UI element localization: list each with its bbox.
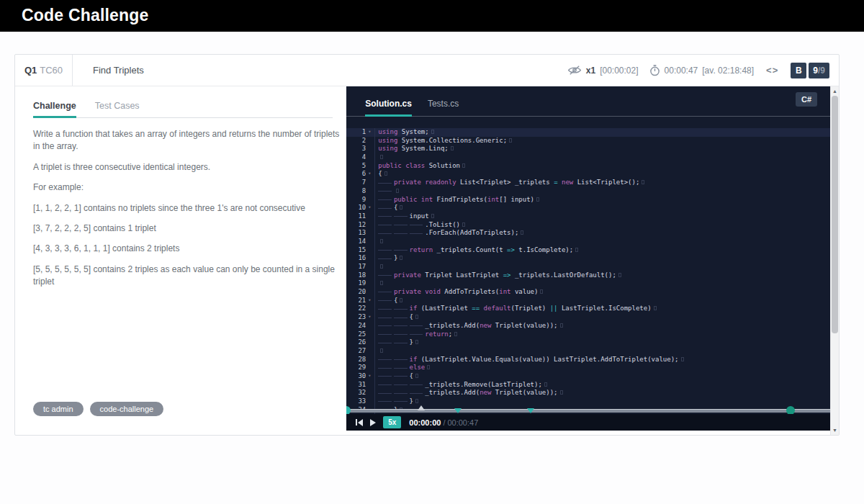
tab-solution-cs[interactable]: Solution.cs <box>365 99 412 116</box>
score-total: /9 <box>818 66 825 76</box>
fold-spacer <box>368 279 374 288</box>
code-editor: Solution.cs Tests.cs C# 1▾using System;2… <box>346 86 830 431</box>
visibility-multiplier: x1 <box>586 66 595 76</box>
fold-spacer <box>368 212 374 221</box>
code-line: 33} <box>346 397 830 406</box>
question-id: Q1 TC60 <box>15 55 73 86</box>
tag-list: tc admincode-challenge <box>33 402 163 416</box>
time-separator: / <box>443 418 445 427</box>
code-line: 1▾using System; <box>346 128 830 137</box>
code-line: 23▾{ <box>346 313 830 322</box>
fold-marker-icon[interactable]: ▾ <box>368 204 374 212</box>
code-line: 24_triplets.Add(new Triplet(value)); <box>346 322 830 330</box>
fold-marker-icon[interactable]: ▾ <box>368 372 374 381</box>
code-line: 31_triplets.Remove(LastTriplet); <box>346 381 830 390</box>
code-line: 12.ToList() <box>346 221 830 230</box>
stopwatch-icon <box>649 65 660 76</box>
code-lines: 1▾using System;2using System.Collections… <box>346 128 830 414</box>
current-time: 00:00:00 <box>409 418 441 427</box>
code-line: 26} <box>346 338 830 347</box>
code-line: 13.ForEach(AddToTriplets); <box>346 229 830 238</box>
question-number: Q1 <box>24 65 37 76</box>
fold-spacer <box>368 179 374 187</box>
scrollbar-up-arrow[interactable]: ▲ <box>831 87 839 94</box>
code-line: 17 <box>346 263 830 271</box>
fold-spacer <box>368 356 374 364</box>
description-paragraph: Write a function that takes an array of … <box>33 128 343 153</box>
visibility-time: [00:00:02] <box>600 66 638 76</box>
page: Code Challenge Q1 TC60 Find Triplets <box>0 0 864 504</box>
fold-spacer <box>368 263 374 271</box>
fold-spacer <box>368 246 374 255</box>
skip-start-icon[interactable] <box>356 419 363 426</box>
description-paragraph: [3, 7, 2, 2, 2, 5] contains 1 triplet <box>33 222 343 235</box>
fold-spacer <box>368 221 374 230</box>
question-title: Find Triplets <box>73 65 144 76</box>
card-body: Challenge Test Cases Write a function th… <box>15 86 839 435</box>
editor-tabs: Solution.cs Tests.cs C# <box>346 86 830 117</box>
description-paragraph: [5, 5, 5, 5, 5, 5] contains 2 triples as… <box>33 264 343 289</box>
code-line: 14 <box>346 238 830 246</box>
fold-marker-icon[interactable]: ▾ <box>368 128 374 137</box>
tab-challenge[interactable]: Challenge <box>33 101 76 117</box>
tag-pill: tc admin <box>33 402 84 416</box>
fold-spacer <box>368 137 374 145</box>
grade-badge: B <box>791 63 806 78</box>
challenge-pane: Challenge Test Cases Write a function th… <box>15 86 346 435</box>
fold-marker-icon[interactable]: ▾ <box>368 297 374 305</box>
fold-spacer <box>368 196 374 204</box>
play-icon[interactable] <box>370 419 376 426</box>
scrollbar-thumb[interactable] <box>832 96 838 333</box>
timer-time: 00:00:47 <box>665 66 698 76</box>
scrollbar-down-arrow[interactable]: ▼ <box>831 426 839 433</box>
fold-marker-icon[interactable]: ▾ <box>368 313 374 322</box>
code-line: 10▾{ <box>346 204 830 212</box>
header-metrics: x1 [00:00:02] 00:00:47 [av. 02:18:48] <> <box>557 63 839 78</box>
player-controls: 5x 00:00:00 / 00:00:47 <box>346 414 830 431</box>
timer-group: 00:00:47 [av. 02:18:48] <box>649 65 755 76</box>
score-value: 9 <box>813 66 818 76</box>
app-title: Code Challenge <box>0 0 864 25</box>
question-code: TC60 <box>40 65 63 76</box>
app-header: Code Challenge <box>0 0 864 32</box>
fold-marker-icon[interactable]: ▾ <box>368 170 374 179</box>
challenge-card: Q1 TC60 Find Triplets x1 [00:00:02] <box>14 54 840 436</box>
challenge-description: Write a function that takes an array of … <box>33 128 343 289</box>
card-header: Q1 TC60 Find Triplets x1 [00:00:02] <box>15 55 839 86</box>
code-line: 4 <box>346 153 830 162</box>
description-paragraph: [4, 3, 3, 3, 6, 1, 1, 1] contains 2 trip… <box>33 243 343 255</box>
fold-spacer <box>368 288 374 297</box>
code-line: 18private Triplet LastTriplet => _triple… <box>346 271 830 280</box>
score-badge: 9/9 <box>809 63 829 78</box>
code-line: 16} <box>346 254 830 263</box>
tab-test-cases[interactable]: Test Cases <box>95 101 140 117</box>
fold-spacer <box>368 389 374 397</box>
fold-spacer <box>368 330 374 339</box>
scrollbar[interactable]: ▲ ▼ <box>830 86 839 435</box>
fold-spacer <box>368 381 374 390</box>
timeline-marker-triangle-down[interactable] <box>527 408 534 413</box>
language-badge[interactable]: C# <box>796 92 817 107</box>
fold-spacer <box>368 347 374 356</box>
code-line: 7private readonly List<Triplet> _triplet… <box>346 179 830 187</box>
challenge-tabs: Challenge Test Cases <box>33 101 333 118</box>
fold-spacer <box>368 271 374 280</box>
code-line: 8 <box>346 187 830 196</box>
fold-spacer <box>368 305 374 313</box>
code-brackets-icon[interactable]: <> <box>766 65 778 76</box>
description-paragraph: [1, 1, 2, 2, 1] contains no triplets sin… <box>33 202 343 215</box>
code-line: 25return; <box>346 330 830 339</box>
tab-tests-cs[interactable]: Tests.cs <box>428 99 459 116</box>
fold-spacer <box>368 229 374 238</box>
speed-button[interactable]: 5x <box>383 416 401 428</box>
total-time: 00:00:47 <box>447 418 478 427</box>
tag-pill: code-challenge <box>90 402 164 416</box>
fold-spacer <box>368 338 374 347</box>
fold-spacer <box>368 254 374 263</box>
timeline-marker-triangle-down[interactable] <box>454 408 462 413</box>
fold-spacer <box>368 145 374 153</box>
fold-spacer <box>368 187 374 196</box>
fold-spacer <box>368 162 374 171</box>
code-line: 32_triplets.Add(new Triplet(value)); <box>346 389 830 397</box>
timeline-marker-triangle-up[interactable] <box>418 405 425 410</box>
